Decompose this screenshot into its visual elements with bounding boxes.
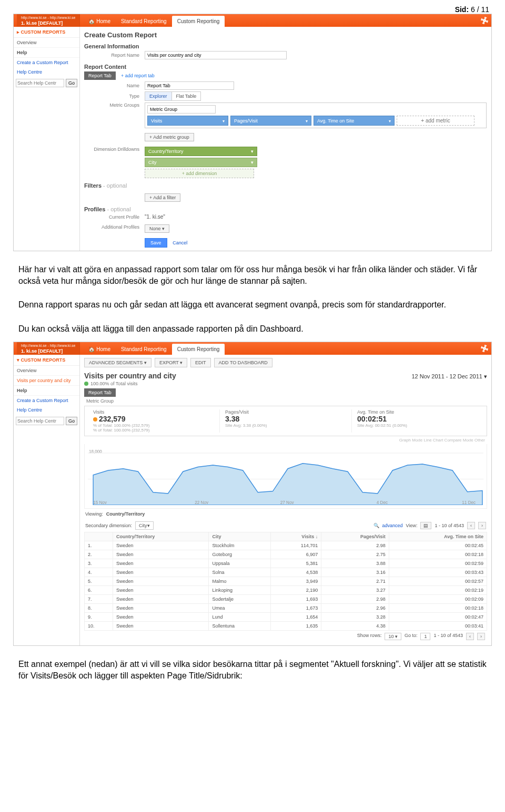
table-row[interactable]: 7.SwedenSodertalje1,6932.9800:02:09: [85, 595, 487, 604]
gear-icon-2[interactable]: [481, 345, 488, 352]
report-tab-active[interactable]: Report Tab: [84, 388, 116, 397]
next-page-button[interactable]: ›: [478, 522, 486, 529]
sidebar-item-overview[interactable]: Overview: [14, 38, 79, 48]
additional-profiles-label: Additional Profiles: [84, 224, 145, 230]
top-tabs: 🏠 Home Standard Reporting Custom Reporti…: [83, 16, 225, 27]
sidebar-section-help: Help: [14, 48, 79, 58]
additional-profiles-dropdown[interactable]: None ▾: [145, 224, 169, 233]
cancel-link[interactable]: Cancel: [173, 240, 187, 245]
help-search-go-button-2[interactable]: Go: [66, 417, 77, 425]
svg-text:27 Nov: 27 Nov: [280, 500, 294, 505]
metric-groups-label: Metric Groups: [84, 102, 145, 108]
goto-page-input[interactable]: 1: [420, 633, 430, 640]
report-tab-selected[interactable]: Report Tab: [84, 71, 116, 80]
secondary-dimension-dropdown[interactable]: City ▾: [135, 521, 154, 530]
dimensions-container: Country/Territory▾ City▾ + add dimension: [145, 147, 257, 178]
metric-visits[interactable]: Visits: [147, 116, 228, 126]
date-range-selector[interactable]: 12 Nov 2011 - 12 Dec 2011 ▾: [411, 373, 487, 380]
tab-home-2[interactable]: 🏠 Home: [83, 344, 115, 355]
row-range-top: 1 - 10 of 4543: [435, 523, 464, 528]
gear-icon[interactable]: [481, 17, 488, 24]
tab-custom-reporting[interactable]: Custom Reporting: [172, 16, 225, 27]
viewing-dimension[interactable]: Country/Territory: [106, 511, 145, 517]
tab-standard-reporting[interactable]: Standard Reporting: [116, 16, 172, 27]
report-title: Visits per country and city: [84, 372, 176, 380]
help-search-input-2[interactable]: [16, 417, 64, 425]
add-filter-button[interactable]: + Add a filter: [145, 193, 180, 202]
property-selector-2[interactable]: http://www.ki.se - http://www.ki.se 1. k…: [17, 342, 80, 355]
sidebar-2: ▾ CUSTOM REPORTS Overview Visits per cou…: [14, 355, 80, 645]
name-label: Name: [84, 83, 145, 88]
advanced-filter-link[interactable]: advanced: [382, 523, 403, 528]
line-chart[interactable]: 18,000 15 Nov 22 Nov 27 Nov 4 Dec 11 Dec: [84, 444, 487, 509]
help-search-input[interactable]: [16, 79, 64, 87]
dimension-drilldowns-label: Dimension Drilldowns: [84, 147, 145, 152]
view-mode-toggle[interactable]: ▤: [420, 522, 431, 529]
main-content-2: ADVANCED SEGMENTS ▾ EXPORT ▾ EDIT ADD TO…: [80, 355, 491, 645]
sidebar-item-current-report[interactable]: Visits per country and city: [14, 376, 79, 386]
data-table: Country/Territory City Visits ↓ Pages/Vi…: [84, 532, 487, 631]
export-button[interactable]: EXPORT ▾: [155, 358, 187, 367]
dimension-city[interactable]: City▾: [145, 158, 257, 167]
help-centre-link[interactable]: Help Centre: [14, 67, 79, 77]
tab-home[interactable]: 🏠 Home: [83, 16, 115, 27]
paragraph-1: Här har vi valt att göra en anpassad rap…: [0, 259, 505, 294]
table-row[interactable]: 4.SwedenSolna4,5383.1600:03:43: [85, 568, 487, 577]
table-row[interactable]: 6.SwedenLinkoping2,1903.2700:02:19: [85, 586, 487, 595]
sidebar-section-custom-reports-2[interactable]: ▾ CUSTOM REPORTS: [14, 355, 79, 366]
prev-page-button[interactable]: ‹: [467, 522, 475, 529]
table-row[interactable]: 5.SwedenMalmo3,9492.7100:02:57: [85, 577, 487, 586]
kpi-visits[interactable]: Visits 232,579 % of Total: 100.00% (232,…: [88, 409, 219, 433]
type-flat-table-option[interactable]: Flat Table: [171, 92, 201, 100]
metric-group-name-input[interactable]: [147, 105, 216, 114]
add-dimension-button[interactable]: + add dimension: [145, 169, 254, 178]
tab-standard-reporting-2[interactable]: Standard Reporting: [116, 344, 172, 355]
kpi-avg-time-on-site[interactable]: Avg. Time on Site 00:02:51 Site Avg: 00:…: [351, 409, 483, 433]
ga-topbar-2: http://www.ki.se - http://www.ki.se 1. k…: [14, 342, 491, 355]
table-row[interactable]: 8.SwedenUmea1,6732.9600:02:18: [85, 604, 487, 613]
green-dot-icon: [84, 382, 88, 386]
rows-per-page-dropdown[interactable]: 10 ▾: [385, 633, 401, 640]
table-row[interactable]: 10.SwedenSollentuna1,6354.3800:03:41: [85, 622, 487, 631]
add-metric-button[interactable]: + add metric: [397, 116, 474, 126]
ga-topbar: http://www.ki.se - http://www.ki.se 1. k…: [14, 14, 491, 27]
property-name: 1. ki.se [DEFAULT]: [21, 20, 63, 26]
metric-avg-time-on-site[interactable]: Avg. Time on Site: [314, 116, 395, 126]
tab-name-input[interactable]: [145, 81, 234, 90]
chart-line: [93, 464, 482, 505]
tab-custom-reporting-2[interactable]: Custom Reporting: [172, 344, 225, 355]
table-row[interactable]: 2.SwedenGoteborg6,9072.7500:02:18: [85, 550, 487, 559]
create-custom-report-link-2[interactable]: Create a Custom Report: [14, 396, 79, 405]
metric-group-container: Visits Pages/Visit Avg. Time on Site + a…: [145, 102, 487, 128]
prev-page-button-bottom[interactable]: ‹: [466, 633, 474, 640]
report-name-input[interactable]: [145, 51, 287, 59]
search-icon[interactable]: 🔍: [373, 523, 379, 528]
report-subtitle: 100.00% of Total visits: [84, 381, 487, 386]
sidebar-item-overview-2[interactable]: Overview: [14, 366, 79, 376]
current-profile-label: Current Profile: [84, 214, 145, 220]
save-button[interactable]: Save: [145, 238, 167, 248]
create-custom-report-link[interactable]: Create a Custom Report: [14, 58, 79, 67]
edit-button[interactable]: EDIT: [190, 358, 211, 367]
paragraph-2: Denna rapport sparas nu och går sedan at…: [0, 294, 505, 318]
property-selector[interactable]: http://www.ki.se - http://www.ki.se 1. k…: [17, 14, 80, 27]
table-header-row: Country/Territory City Visits ↓ Pages/Vi…: [85, 532, 487, 541]
type-explorer-option[interactable]: Explorer: [145, 92, 171, 100]
help-search-go-button[interactable]: Go: [66, 79, 77, 87]
svg-text:22 Nov: 22 Nov: [195, 500, 208, 505]
dimension-country-territory[interactable]: Country/Territory▾: [145, 147, 257, 156]
kpi-pages-per-visit[interactable]: Pages/Visit 3.38 Site Avg: 3.38 (0.00%): [219, 409, 351, 433]
add-metric-group-button[interactable]: + Add metric group: [145, 133, 194, 141]
help-centre-link-2[interactable]: Help Centre: [14, 405, 79, 415]
advanced-segments-button[interactable]: ADVANCED SEGMENTS ▾: [84, 358, 152, 367]
add-to-dashboard-button[interactable]: ADD TO DASHBOARD: [214, 358, 272, 367]
metric-pages-per-visit[interactable]: Pages/Visit: [230, 116, 311, 126]
table-row[interactable]: 1.SwedenStockholm114,7012.9800:02:45: [85, 541, 487, 550]
table-row[interactable]: 9.SwedenLund1,6543.2800:02:47: [85, 613, 487, 622]
report-content-heading: Report Content: [84, 64, 487, 70]
table-row[interactable]: 3.SwedenUppsala5,3813.8800:02:59: [85, 559, 487, 568]
add-report-tab-button[interactable]: + add report tab: [116, 71, 160, 80]
sidebar-section-custom-reports[interactable]: ▸ CUSTOM REPORTS: [14, 27, 79, 38]
next-page-button-bottom[interactable]: ›: [477, 633, 485, 640]
chart-svg: 18,000 15 Nov 22 Nov 27 Nov 4 Dec 11 Dec: [88, 447, 483, 505]
